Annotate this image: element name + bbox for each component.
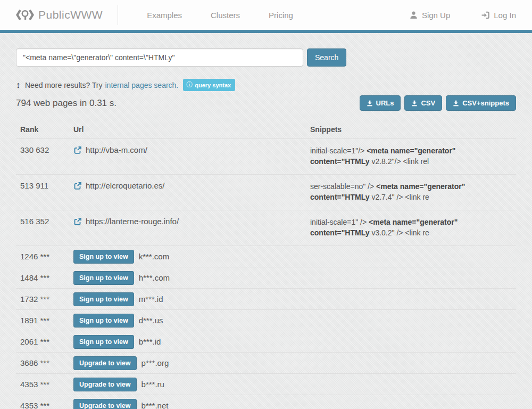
results-count: 794 web pages in 0.31 s. xyxy=(16,98,117,109)
result-url-link[interactable]: https://lanterne-rouge.info/ xyxy=(86,217,179,226)
rank-value: 2061 *** xyxy=(16,334,69,349)
table-row: 1891 *** Sign up to view d***.us xyxy=(16,310,516,331)
upgrade-to-view-button[interactable]: Upgrade to view xyxy=(73,356,137,370)
header-rank: Rank xyxy=(16,120,69,138)
external-link-icon[interactable] xyxy=(73,217,82,226)
table-row: 330 632 http://vba-m.com/ initial-scale=… xyxy=(16,139,516,175)
table-row: 2061 *** Sign up to view b***.id xyxy=(16,331,516,353)
sign-up-link[interactable]: Sign Up xyxy=(409,11,450,20)
header-url: Url xyxy=(69,120,306,138)
brand-logo[interactable]: PublicWWW xyxy=(16,9,103,21)
masked-url: m***.id xyxy=(139,295,163,304)
user-icon xyxy=(409,11,418,20)
query-syntax-label: query syntax xyxy=(195,82,231,88)
download-csv-snippets-button[interactable]: CSV+snippets xyxy=(446,95,516,111)
rank-value: 330 632 xyxy=(16,139,69,161)
rank-value: 513 911 xyxy=(16,175,69,197)
masked-url: d***.us xyxy=(139,316,163,325)
rank-value: 3686 *** xyxy=(16,355,69,371)
download-icon xyxy=(367,100,373,107)
download-csv-label: CSV xyxy=(421,99,435,107)
log-in-label: Log In xyxy=(494,11,516,20)
upgrade-to-view-button[interactable]: Upgrade to view xyxy=(73,399,137,409)
table-row: 513 911 http://elcroquetario.es/ ser-sca… xyxy=(16,175,516,210)
nav-item-examples[interactable]: Examples xyxy=(147,5,182,25)
rank-value: 1891 *** xyxy=(16,313,69,328)
upgrade-to-view-button[interactable]: Upgrade to view xyxy=(73,378,137,391)
search-button[interactable]: Search xyxy=(307,48,346,67)
sign-up-to-view-button[interactable]: Sign up to view xyxy=(73,292,134,306)
export-buttons: URLs CSV CSV+snippets xyxy=(360,95,516,111)
snippet-text: initial-scale=1"/> <meta name="generator… xyxy=(306,139,514,174)
internal-pages-search-link[interactable]: internal pages search. xyxy=(105,81,179,89)
download-urls-label: URLs xyxy=(376,99,394,107)
rank-value: 516 352 xyxy=(16,210,69,232)
table-row: 3686 *** Upgrade to view p***.org xyxy=(16,353,516,374)
masked-url: b***.net xyxy=(142,401,169,409)
log-in-link[interactable]: Log In xyxy=(481,11,516,20)
search-input[interactable] xyxy=(16,48,303,67)
sign-up-to-view-button[interactable]: Sign up to view xyxy=(73,250,134,264)
header-snippets: Snippets xyxy=(306,120,516,138)
search-brackets-icon xyxy=(16,9,34,21)
hint-text: Need more results? Try xyxy=(25,81,103,89)
rank-value: 4353 *** xyxy=(16,377,69,392)
masked-url: h***.com xyxy=(139,273,170,282)
table-row: 1732 *** Sign up to view m***.id xyxy=(16,289,516,310)
nav-item-pricing[interactable]: Pricing xyxy=(269,5,293,25)
rank-value: 4353 *** xyxy=(16,398,69,409)
results-table: Rank Url Snippets 330 632 http://vba-m.c… xyxy=(16,120,516,409)
download-csv-snippets-label: CSV+snippets xyxy=(462,99,509,107)
sign-up-to-view-button[interactable]: Sign up to view xyxy=(73,314,134,328)
nav-item-clusters[interactable]: Clusters xyxy=(211,5,240,25)
rank-value: 1484 *** xyxy=(16,270,69,285)
external-link-icon[interactable] xyxy=(73,182,82,190)
table-row: 1484 *** Sign up to view h***.com xyxy=(16,267,516,289)
table-row: 516 352 https://lanterne-rouge.info/ ini… xyxy=(16,210,516,246)
brand-name: PublicWWW xyxy=(38,9,103,21)
query-syntax-badge[interactable]: ⓘ query syntax xyxy=(183,79,235,91)
masked-url: b***.ru xyxy=(142,380,164,389)
info-icon: ⓘ xyxy=(186,80,193,89)
download-icon xyxy=(453,100,459,107)
table-row: 1246 *** Sign up to view k***.com xyxy=(16,246,516,267)
main-content: Search ↕ Need more results? Try internal… xyxy=(0,48,532,409)
nav-links: Examples Clusters Pricing xyxy=(118,5,293,25)
download-csv-button[interactable]: CSV xyxy=(404,95,442,111)
download-icon xyxy=(411,100,418,107)
table-row: 4353 *** Upgrade to view b***.ru xyxy=(16,374,516,395)
navbar: PublicWWW Examples Clusters Pricing Sign… xyxy=(0,0,532,33)
nav-right: Sign Up Log In xyxy=(409,11,516,20)
sign-up-to-view-button[interactable]: Sign up to view xyxy=(73,335,134,349)
result-url-link[interactable]: http://vba-m.com/ xyxy=(86,145,147,154)
external-link-icon[interactable] xyxy=(73,146,82,154)
hint-row: ↕ Need more results? Try internal pages … xyxy=(16,79,516,91)
snippet-text: ser-scalable=no" /> <meta name="generato… xyxy=(306,175,514,210)
sign-up-label: Sign Up xyxy=(422,11,450,20)
results-summary-row: 794 web pages in 0.31 s. URLs CSV CSV+sn… xyxy=(16,95,516,111)
masked-url: k***.com xyxy=(139,252,170,261)
masked-url: b***.id xyxy=(139,337,161,346)
rank-value: 1246 *** xyxy=(16,249,69,264)
result-url-link[interactable]: http://elcroquetario.es/ xyxy=(86,181,164,190)
sign-up-to-view-button[interactable]: Sign up to view xyxy=(73,271,134,285)
search-bar: Search xyxy=(16,48,516,67)
rank-value: 1732 *** xyxy=(16,291,69,307)
table-row: 4353 *** Upgrade to view b***.net xyxy=(16,395,516,409)
snippet-text: initial-scale=1" /> <meta name="generato… xyxy=(306,210,514,246)
table-header: Rank Url Snippets xyxy=(16,120,516,139)
login-arrow-icon xyxy=(481,11,490,20)
up-down-arrow-icon: ↕ xyxy=(16,80,20,90)
download-urls-button[interactable]: URLs xyxy=(360,95,401,111)
masked-url: p***.org xyxy=(142,358,169,367)
